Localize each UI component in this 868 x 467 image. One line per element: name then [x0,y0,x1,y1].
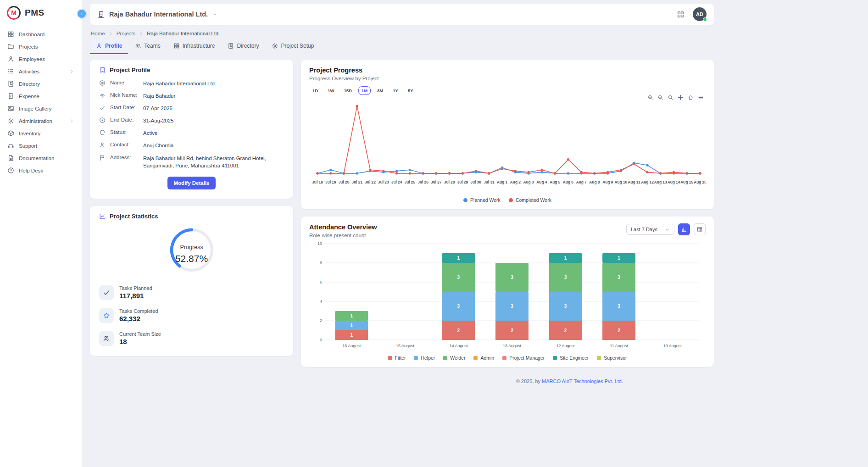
sidebar-item-inventory[interactable]: Inventory [0,127,82,139]
tab-profile[interactable]: Profile [90,39,128,54]
legend-site-engineer[interactable]: Site Engineer [553,355,589,361]
stats-list: Tasks Planned117,891Tasks Completed62,33… [99,285,284,346]
sidebar-item-activities[interactable]: Activities [0,65,82,78]
menu-icon[interactable] [698,95,704,100]
sidebar-item-dashboard[interactable]: Dashboard [0,28,82,40]
svg-text:1: 1 [564,256,567,261]
zoom-out-icon[interactable] [657,95,663,100]
svg-text:3: 3 [564,304,567,309]
attendance-bar-chart: 024681011116 August15 August233114 Augus… [309,238,706,355]
chart-toolbar [647,95,704,100]
profile-field-contact: Contact:Anuj Chordia [99,142,284,149]
project-progress-subtitle: Progress Overview by Project [309,76,706,81]
sidebar-item-label: Activities [19,69,39,74]
breadcrumb-item-raja-bahadur-international-ltd[interactable]: Raja Bahadur International Ltd. [147,31,220,36]
attendance-chart-legend: FitterHelperWelderAdminProject ManagerSi… [309,355,706,361]
project-statistics-header: Project Statistics [99,213,284,220]
attendance-range-select[interactable]: Last 7 Days [626,224,674,235]
sidebar-item-administration[interactable]: Administration [0,115,82,127]
legend-completed-work[interactable]: Completed Work [509,197,551,203]
company-selector[interactable]: Raja Bahadur International Ltd. [97,11,218,18]
field-label: Start Date: [110,105,139,110]
svg-text:3: 3 [511,304,513,309]
bar-chart-view-button[interactable] [678,223,690,235]
tab-label: Teams [144,43,160,49]
profile-icon [96,43,102,49]
svg-text:Aug 15: Aug 15 [680,180,693,184]
inventory-icon [7,130,14,137]
project-statistics-card: Project Statistics Progress 52.87% Tasks… [90,206,293,356]
range-15d-button[interactable]: 15D [340,86,355,95]
svg-text:16 August: 16 August [342,344,361,348]
tab-project-setup[interactable]: Project Setup [266,39,320,54]
range-3m-button[interactable]: 3M [374,86,386,95]
apps-icon[interactable] [677,11,684,18]
sidebar-item-support[interactable]: Support [0,139,82,152]
profile-field-status: Status:Active [99,129,284,137]
profile-field-name: Name:Raja Bahadur International Ltd. [99,80,284,87]
svg-text:2: 2 [618,328,620,333]
sidebar-item-label: Image Gallery [19,106,52,111]
stat-current-team-size: Current Team Size18 [99,331,284,346]
legend-fitter[interactable]: Fitter [388,355,406,361]
legend-admin[interactable]: Admin [473,355,494,361]
svg-text:Jul 30: Jul 30 [470,180,481,184]
svg-text:Aug 14: Aug 14 [668,180,680,184]
tab-teams[interactable]: Teams [129,39,166,54]
svg-text:11 August: 11 August [610,344,628,348]
sidebar-collapse-button[interactable] [78,10,86,18]
sidebar-item-documentation[interactable]: Documentation [0,152,82,164]
svg-text:13 August: 13 August [503,344,522,348]
sidebar-item-directory[interactable]: Directory [0,78,82,90]
field-label: Name: [110,80,139,85]
avatar[interactable]: AD [693,7,707,21]
legend-supervisor[interactable]: Supervisor [597,355,627,361]
star-icon [103,312,110,319]
range-5y-button[interactable]: 5Y [405,86,417,95]
legend-planned-work[interactable]: Planned Work [463,197,501,203]
footer-text: © 2025, by [516,378,542,384]
zoom-icon[interactable] [668,95,673,100]
gear-icon [7,117,14,124]
sidebar-item-projects[interactable]: Projects [0,40,82,53]
footer-link[interactable]: MARCO AIoT Technologies Pvt. Ltd. [542,378,623,384]
zoom-in-icon[interactable] [647,95,653,100]
profile-field-nick-name: Nick Name:Raja Bahadur [99,92,284,100]
field-label: Contact: [110,142,139,147]
legend-welder[interactable]: Welder [443,355,465,361]
project-statistics-title: Project Statistics [110,213,158,220]
stat-label: Tasks Planned [119,285,152,291]
profile-field-start-date: Start Date:07-Apr-2025 [99,105,284,112]
legend-helper[interactable]: Helper [414,355,435,361]
sidebar-item-label: Directory [19,81,40,87]
sidebar-item-employees[interactable]: Employees [0,53,82,65]
sidebar: M PMS DashboardProjectsEmployeesActiviti… [0,0,82,467]
circle-dot-icon [99,117,106,123]
attendance-header: Attendance Overview Role-wise present co… [309,223,706,238]
home-icon[interactable] [688,95,694,100]
legend-swatch [502,356,506,360]
attendance-subtitle: Role-wise present count [309,233,377,238]
svg-text:Jul 31: Jul 31 [484,180,495,184]
pan-icon[interactable] [678,95,684,100]
breadcrumb-item-home[interactable]: Home [91,31,105,36]
sidebar-item-label: Projects [19,44,38,50]
asterisk-badge-icon [99,80,106,86]
breadcrumb-item-projects[interactable]: Projects [117,31,136,36]
sidebar-item-image-gallery[interactable]: Image Gallery [0,102,82,115]
tab-directory[interactable]: Directory [222,39,265,54]
flag-icon [99,155,106,161]
sidebar-item-help-desk[interactable]: Help Desk [0,164,82,177]
range-1w-button[interactable]: 1W [324,86,337,95]
sidebar-item-expense[interactable]: Expense [0,90,82,102]
legend-project-manager[interactable]: Project Manager [502,355,545,361]
range-1y-button[interactable]: 1Y [389,86,401,95]
modify-details-button[interactable]: Modify Details [167,177,216,189]
field-label: Nick Name: [110,92,139,98]
tab-infrastructure[interactable]: Infrastructure [167,39,221,54]
sidebar-item-label: Inventory [19,131,40,136]
range-1m-button[interactable]: 1M [358,86,371,95]
sidebar-item-label: Administration [19,118,52,124]
table-view-button[interactable] [694,223,706,235]
range-1d-button[interactable]: 1D [309,86,321,95]
